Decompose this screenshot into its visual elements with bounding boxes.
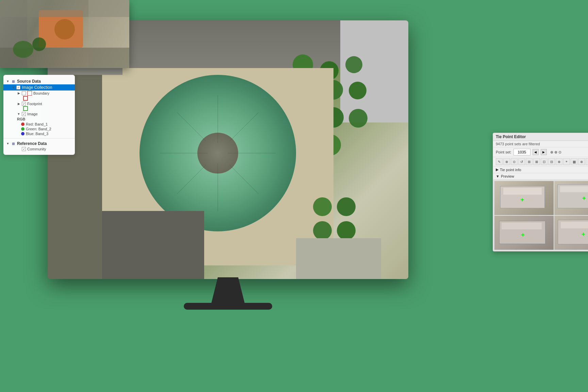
tool-btn-7[interactable]: ⊡ [541,158,548,165]
tool-btn-6[interactable]: ⊠ [533,158,540,165]
reference-data-collapse[interactable]: ▼ [6,142,10,145]
image-collection-item[interactable]: ▼ Image Collection [3,84,75,91]
image-collection-checkbox[interactable] [16,85,20,89]
preview-cell-4-inner: + [554,216,588,250]
tool-btn-8[interactable]: ⊟ [548,158,555,165]
preview-grid: + + + + [493,180,588,251]
tool-btn-3[interactable]: ⊙ [511,158,518,165]
preview-cell-4: + [554,216,588,250]
blue-dot [21,132,24,135]
green-label: Green: Band_2 [26,127,51,131]
point-set-label: Point set: [496,150,511,154]
boundary-item[interactable]: ▶ Boundary [6,91,72,96]
blue-band-item: Blue: Band_3 [6,131,72,136]
source-data-group: ▼ ⊞ Source Data ▼ Image Collection ▶ Bou… [3,78,75,137]
layer-panel: ▼ ⊞ Source Data ▼ Image Collection ▶ Bou… [3,75,75,155]
svg-line-4 [177,112,206,141]
preview-cell-2-inner: + [554,181,588,215]
blue-label: Blue: Band_3 [26,132,48,136]
image-checkbox[interactable] [22,112,26,116]
aerial-thumbnail [0,0,129,68]
preview-cell-2: + [554,181,588,215]
preview-section-header[interactable]: ▼ Preview [493,173,588,180]
crosshair-3: + [521,231,525,239]
tool-btn-11[interactable]: ▦ [571,158,577,165]
tie-point-info-text: 9473 point sets are filtered ⊠ ⊡ ▦ [493,141,588,147]
tool-btn-9[interactable]: ⊕ [556,158,562,165]
source-data-header[interactable]: ▼ ⊞ Source Data [6,78,72,84]
crosshair-2: + [582,195,586,202]
boundary-color-swatch [23,96,28,101]
tool-btn-4[interactable]: ↺ [518,158,525,165]
image-collection-label: Image Collection [22,85,52,90]
reference-data-label: Reference Data [17,141,47,146]
tool-btn-5[interactable]: ⊞ [526,158,533,165]
red-dot [21,122,24,126]
panel-divider [3,138,75,138]
preview-arrow: ▼ [496,174,500,178]
red-label: Red: Band_1 [26,122,48,126]
green-band-item: Green: Band_2 [6,127,72,131]
svg-line-6 [230,112,259,141]
image-item[interactable]: ▼ Image [6,112,72,116]
image-collapse: ▼ [17,112,20,116]
footprint-collapse: ▶ [17,102,20,105]
map-building-bottom [296,238,381,279]
monitor-base [184,303,272,310]
preview-cell-1: + [494,181,554,215]
tie-point-info-section[interactable]: ▶ Tie point info [493,166,588,173]
crosshair-1: + [521,196,524,203]
extra-nav-icons: ⊕ ⊗ ⊙ [550,150,561,154]
community-label: Community [27,147,46,151]
tool-btn-2[interactable]: ⊕ [503,158,510,165]
source-data-label: Source Data [17,79,41,84]
footprint-label: Footprint [27,102,42,106]
tool-btn-13[interactable]: ⊘ [586,158,588,165]
tie-point-header: Tie Point Editor ? − × [493,133,588,141]
tool-btn-1[interactable]: ✎ [496,158,503,165]
point-set-input[interactable] [513,149,530,156]
footprint-item[interactable]: ▶ Footprint [6,101,72,106]
community-item[interactable]: Community [6,147,72,151]
preview-cell-3-inner: + [494,216,554,250]
monitor-stand [211,277,245,305]
rgb-label: RGB [6,116,72,122]
tie-point-info-arrow: ▶ [496,167,499,172]
next-point-btn[interactable]: ▶ [541,149,547,155]
filter-info: 9473 point sets are filtered [496,142,540,146]
tie-point-info-label: Tie point info [500,168,521,172]
footprint-color-swatch [23,106,28,111]
source-data-icon: ⊞ [11,79,16,84]
preview-label: Preview [501,174,514,178]
source-data-collapse[interactable]: ▼ [6,80,10,83]
crosshair-4: + [582,231,585,238]
tie-point-editor: Tie Point Editor ? − × 9473 point sets a… [493,133,588,251]
preview-cell-3: + [494,216,554,250]
prev-point-btn[interactable]: ◀ [533,149,539,155]
map-parking [102,211,204,279]
toolbar-row: ✎ ⊕ ⊙ ↺ ⊞ ⊠ ⊡ ⊟ ⊕ ⌖ ▦ ⊗ ⊘ [493,157,588,166]
red-band-item: Red: Band_1 [6,122,72,127]
boundary-icon [27,91,32,96]
svg-line-5 [230,165,259,194]
reference-data-header[interactable]: ▼ ⊞ Reference Data [6,141,72,147]
tie-point-title: Tie Point Editor [496,134,526,139]
green-dot [21,127,24,131]
reference-data-group: ▼ ⊞ Reference Data Community [3,140,75,152]
point-set-row: Point set: ◀ ▶ ⊕ ⊗ ⊙ [493,147,588,157]
tool-btn-10[interactable]: ⌖ [563,158,570,165]
svg-line-7 [177,165,206,194]
map-circular-building [140,75,296,231]
boundary-label: Boundary [33,91,49,95]
image-collection-collapse[interactable]: ▼ [12,86,15,89]
footprint-checkbox[interactable] [22,102,26,106]
tool-btn-12[interactable]: ⊗ [578,158,585,165]
image-label: Image [27,112,38,116]
preview-cell-1-inner: + [494,181,554,215]
boundary-checkbox[interactable] [22,91,26,95]
boundary-collapse: ▶ [17,92,20,95]
community-checkbox[interactable] [22,147,26,151]
reference-data-icon: ⊞ [11,141,16,146]
